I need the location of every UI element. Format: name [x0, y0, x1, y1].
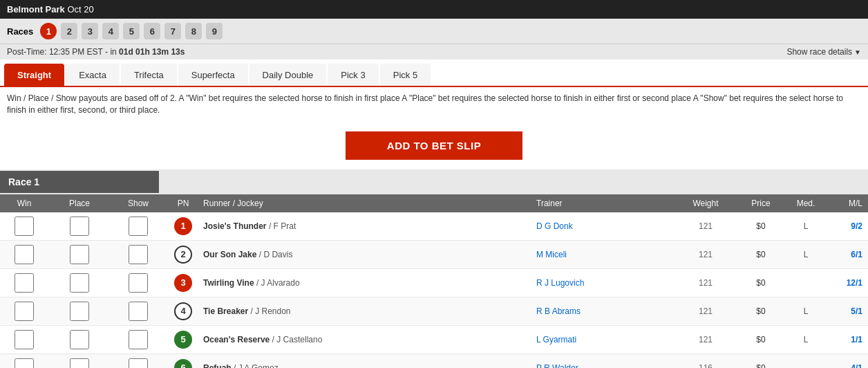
race-num-9[interactable]: 9 [206, 23, 223, 39]
table-row: 4 Tie Breaker / J Rendon R B Abrams 121 … [0, 297, 868, 326]
races-bar: Races 1 2 3 4 5 6 7 8 9 [0, 19, 868, 44]
tab-straight[interactable]: Straight [4, 64, 64, 86]
trainer-4: R B Abrams [536, 306, 674, 316]
col-header-runner: Runner / Jockey [200, 199, 536, 208]
col-header-med: Med. [785, 199, 827, 208]
race-num-7[interactable]: 7 [164, 23, 181, 39]
price-4: $0 [737, 306, 785, 316]
show-checkbox-4[interactable] [129, 302, 148, 321]
med-5: L [785, 335, 827, 344]
weight-4: 121 [674, 306, 737, 316]
weight-5: 121 [674, 335, 737, 344]
ml-6: 4/1 [827, 363, 868, 368]
tab-pick3[interactable]: Pick 3 [328, 64, 378, 86]
weight-6: 116 [674, 363, 737, 368]
race-num-8[interactable]: 8 [185, 23, 202, 39]
place-checkbox-5[interactable] [70, 330, 89, 349]
race-section: Race 1 Win Place Show PN Runner / Jockey… [0, 169, 868, 368]
pn-badge-3: 3 [174, 274, 192, 292]
weight-2: 121 [674, 250, 737, 259]
post-time-bar: Post-Time: 12:35 PM EST - in 01d 01h 13m… [0, 44, 868, 59]
show-checkbox-5[interactable] [129, 330, 148, 349]
price-6: $0 [737, 363, 785, 368]
table-row: 3 Twirling Vine / J Alvarado R J Lugovic… [0, 269, 868, 297]
ml-2: 6/1 [827, 250, 868, 259]
price-5: $0 [737, 335, 785, 344]
trainer-3: R J Lugovich [536, 278, 674, 288]
med-1: L [785, 221, 827, 231]
race-num-3[interactable]: 3 [82, 23, 98, 39]
bet-slip-container: ADD TO BET SLIP [0, 122, 868, 169]
race-num-5[interactable]: 5 [123, 23, 140, 39]
race-num-2[interactable]: 2 [61, 23, 77, 39]
col-header-price: Price [737, 199, 785, 208]
ml-5: 1/1 [827, 335, 868, 344]
add-to-bet-slip-button[interactable]: ADD TO BET SLIP [346, 131, 522, 160]
pn-badge-1: 1 [174, 217, 192, 235]
runner-1: Josie's Thunder / F Prat [200, 221, 536, 231]
show-checkbox-2[interactable] [129, 245, 148, 264]
venue-name: Belmont Park [7, 4, 65, 15]
trainer-6: P R Walder [536, 363, 674, 368]
place-checkbox-1[interactable] [70, 217, 89, 236]
table-header: Win Place Show PN Runner / Jockey Traine… [0, 194, 868, 212]
info-text: Win / Place / Show payouts are based off… [0, 87, 868, 122]
place-checkbox-2[interactable] [70, 245, 89, 264]
place-checkbox-6[interactable] [70, 358, 89, 368]
race-num-4[interactable]: 4 [102, 23, 119, 39]
race-num-1[interactable]: 1 [40, 23, 57, 39]
runner-6: Refuah / J A Gomez [200, 363, 536, 368]
col-header-weight: Weight [674, 199, 737, 208]
tab-trifecta[interactable]: Trifecta [121, 64, 177, 86]
price-3: $0 [737, 278, 785, 288]
table-row: 2 Our Son Jake / D Davis M Miceli 121 $0… [0, 241, 868, 269]
win-checkbox-2[interactable] [15, 245, 34, 264]
venue-date: Oct 20 [67, 4, 93, 15]
col-header-win: Win [0, 199, 48, 208]
race-title: Race 1 [0, 171, 159, 193]
win-checkbox-4[interactable] [15, 302, 34, 321]
tab-exacta[interactable]: Exacta [66, 64, 120, 86]
tab-daily-double[interactable]: Daily Double [249, 64, 327, 86]
tabs-bar: Straight Exacta Trifecta Superfecta Dail… [0, 59, 868, 87]
win-checkbox-3[interactable] [15, 273, 34, 293]
col-header-pn: PN [166, 199, 200, 208]
win-checkbox-6[interactable] [15, 358, 34, 368]
runner-5: Ocean's Reserve / J Castellano [200, 335, 536, 344]
ml-1: 9/2 [827, 221, 868, 231]
price-1: $0 [737, 221, 785, 231]
med-2: L [785, 250, 827, 259]
ml-3: 12/1 [827, 278, 868, 288]
race-num-6[interactable]: 6 [144, 23, 160, 39]
place-checkbox-4[interactable] [70, 302, 89, 321]
win-checkbox-5[interactable] [15, 330, 34, 349]
place-checkbox-3[interactable] [70, 273, 89, 293]
show-race-details-button[interactable]: Show race details [786, 47, 861, 57]
countdown: 01d 01h 13m 13s [119, 47, 185, 57]
price-2: $0 [737, 250, 785, 259]
trainer-5: L Gyarmati [536, 335, 674, 344]
pn-badge-6: 6 [174, 359, 192, 368]
ml-4: 5/1 [827, 306, 868, 316]
show-checkbox-3[interactable] [129, 273, 148, 293]
col-header-ml: M/L [827, 199, 868, 208]
col-header-place: Place [48, 199, 111, 208]
tab-pick5[interactable]: Pick 5 [380, 64, 431, 86]
trainer-1: D G Donk [536, 221, 674, 231]
col-header-trainer: Trainer [536, 199, 674, 208]
med-4: L [785, 306, 827, 316]
show-checkbox-1[interactable] [129, 217, 148, 236]
tab-superfecta[interactable]: Superfecta [178, 64, 248, 86]
runner-4: Tie Breaker / J Rendon [200, 306, 536, 316]
table-row: 6 Refuah / J A Gomez P R Walder 116 $0 4… [0, 354, 868, 368]
win-checkbox-1[interactable] [15, 217, 34, 236]
runner-3: Twirling Vine / J Alvarado [200, 278, 536, 288]
table-row: 5 Ocean's Reserve / J Castellano L Gyarm… [0, 326, 868, 354]
venue-bar: Belmont Park Oct 20 [0, 0, 868, 19]
weight-1: 121 [674, 221, 737, 231]
pn-badge-2: 2 [174, 246, 192, 264]
races-label: Races [7, 26, 33, 37]
show-checkbox-6[interactable] [129, 358, 148, 368]
trainer-2: M Miceli [536, 250, 674, 259]
pn-badge-4: 4 [174, 302, 192, 320]
